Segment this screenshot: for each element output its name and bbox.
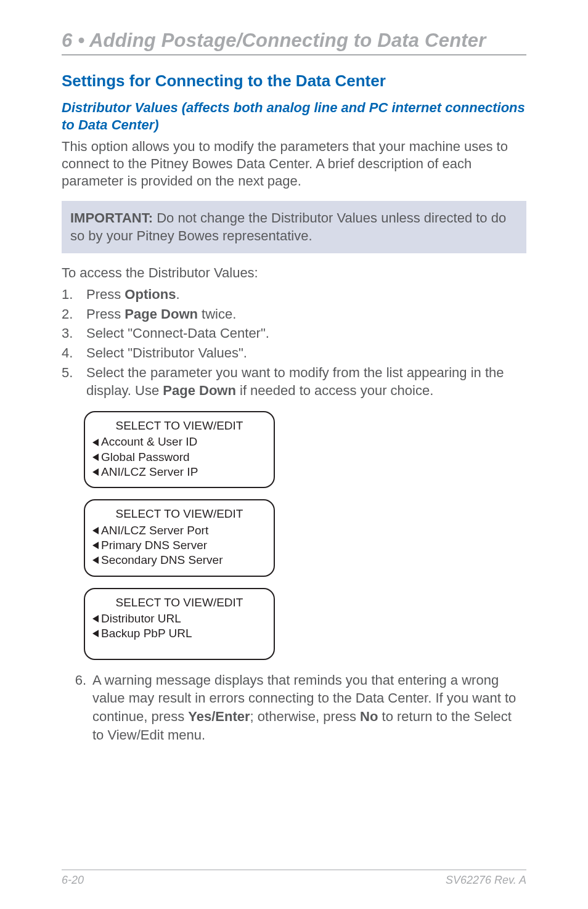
step-pre: Select "Connect-Data Center". xyxy=(86,325,269,341)
step-number: 6. xyxy=(55,671,92,744)
page-footer: 6-20 SV62276 Rev. A xyxy=(62,870,526,887)
display-box: SELECT TO VIEW/EDIT ANI/LCZ Server Port … xyxy=(84,499,275,576)
display-item: Secondary DNS Server xyxy=(101,553,223,568)
left-triangle-icon xyxy=(92,542,99,549)
display-line: Backup PbP URL xyxy=(92,626,266,641)
display-line: Distributor URL xyxy=(92,611,266,626)
display-line: Account & User ID xyxy=(92,434,266,449)
list-item: 4. Select "Distributor Values". xyxy=(62,344,526,362)
display-title: SELECT TO VIEW/EDIT xyxy=(92,595,266,610)
display-item: ANI/LCZ Server IP xyxy=(101,465,198,479)
display-item: Account & User ID xyxy=(101,434,197,449)
step-text: Select "Distributor Values". xyxy=(86,344,247,362)
steps-list: 1. Press Options. 2. Press Page Down twi… xyxy=(62,285,526,400)
display-line: ANI/LCZ Server IP xyxy=(92,465,266,479)
display-item: Backup PbP URL xyxy=(101,626,192,641)
step-pre: Select "Distributor Values". xyxy=(86,345,247,361)
step-text: Select "Connect-Data Center". xyxy=(86,324,269,343)
left-triangle-icon xyxy=(92,527,99,534)
display-line: Global Password xyxy=(92,450,266,465)
step-bold: Options xyxy=(125,287,176,302)
important-text: IMPORTANT: Do not change the Distributor… xyxy=(70,210,518,244)
display-title: SELECT TO VIEW/EDIT xyxy=(92,418,266,433)
left-triangle-icon xyxy=(92,454,99,461)
left-triangle-icon xyxy=(92,468,99,476)
step-number: 3. xyxy=(62,324,86,343)
step-bold: No xyxy=(360,709,378,724)
list-item: 5. Select the parameter you want to modi… xyxy=(62,364,526,400)
left-triangle-icon xyxy=(92,556,99,564)
step-bold: Page Down xyxy=(163,383,236,398)
list-item: 1. Press Options. xyxy=(62,285,526,304)
display-stack: SELECT TO VIEW/EDIT Account & User ID Gl… xyxy=(84,411,526,659)
revision-label: SV62276 Rev. A xyxy=(446,874,526,887)
display-item: Global Password xyxy=(101,450,190,465)
list-item: 3. Select "Connect-Data Center". xyxy=(62,324,526,343)
step-bold: Page Down xyxy=(125,306,198,322)
step-pre: Press xyxy=(86,287,125,302)
display-title: SELECT TO VIEW/EDIT xyxy=(92,507,266,521)
display-item: ANI/LCZ Server Port xyxy=(101,523,208,538)
left-triangle-icon xyxy=(92,630,99,637)
display-line: ANI/LCZ Server Port xyxy=(92,523,266,538)
step-post: . xyxy=(176,287,179,302)
page-number: 6-20 xyxy=(62,874,84,887)
display-box: SELECT TO VIEW/EDIT Account & User ID Gl… xyxy=(84,411,275,488)
section-subheading: Distributor Values (affects both analog … xyxy=(62,99,526,133)
display-item: Distributor URL xyxy=(101,611,181,626)
step-text: Press Options. xyxy=(86,285,180,304)
left-triangle-icon xyxy=(92,439,99,446)
step-number: 5. xyxy=(62,364,86,400)
step-number: 1. xyxy=(62,285,86,304)
display-box: SELECT TO VIEW/EDIT Distributor URL Back… xyxy=(84,588,275,660)
section-heading: Settings for Connecting to the Data Cent… xyxy=(62,71,526,91)
access-line: To access the Distributor Values: xyxy=(62,264,526,282)
chapter-divider xyxy=(62,54,526,55)
step-post: twice. xyxy=(198,306,236,322)
step-pre: Press xyxy=(86,306,125,322)
steps-list-continued: 6. A warning message displays that remin… xyxy=(55,671,526,744)
step-mid: ; otherwise, press xyxy=(250,709,361,724)
display-line: Primary DNS Server xyxy=(92,538,266,553)
chapter-title: 6 • Adding Postage/Connecting to Data Ce… xyxy=(62,30,526,52)
intro-paragraph: This option allows you to modify the par… xyxy=(62,138,526,190)
footer-divider xyxy=(62,870,526,870)
display-item: Primary DNS Server xyxy=(101,538,207,553)
step-text: Press Page Down twice. xyxy=(86,305,236,324)
step-post: if needed to access your choice. xyxy=(236,383,433,398)
step-number: 4. xyxy=(62,344,86,362)
list-item: 2. Press Page Down twice. xyxy=(62,305,526,324)
list-item: 6. A warning message displays that remin… xyxy=(55,671,526,744)
step-text: Select the parameter you want to modify … xyxy=(86,364,526,400)
display-line: Secondary DNS Server xyxy=(92,553,266,568)
important-box: IMPORTANT: Do not change the Distributor… xyxy=(62,201,526,253)
step-number: 2. xyxy=(62,305,86,324)
left-triangle-icon xyxy=(92,615,99,622)
step-bold: Yes/Enter xyxy=(188,709,250,724)
important-label: IMPORTANT: xyxy=(70,210,153,226)
step-text: A warning message displays that reminds … xyxy=(92,671,526,744)
